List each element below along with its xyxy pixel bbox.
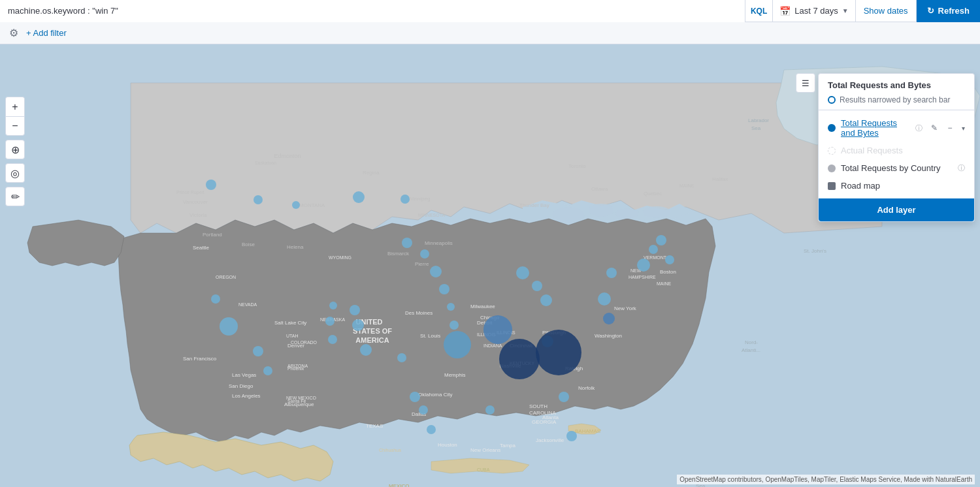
data-dot	[220, 317, 238, 336]
data-dot	[665, 255, 674, 264]
svg-text:Santa Fe: Santa Fe	[287, 399, 306, 403]
svg-text:MEXICO: MEXICO	[389, 483, 410, 487]
svg-text:Atlanti...: Atlanti...	[742, 347, 760, 353]
layer-item-total-by-country[interactable]: Total Requests by Country ⓘ	[819, 159, 974, 177]
location-button[interactable]: ◎	[5, 163, 25, 183]
data-dot	[603, 313, 615, 324]
svg-text:Winnipeg: Winnipeg	[408, 196, 430, 202]
svg-text:Memphis: Memphis	[444, 372, 465, 378]
svg-text:UTAH: UTAH	[286, 334, 299, 338]
svg-text:GEORGIA: GEORGIA	[532, 419, 557, 425]
show-dates-button[interactable]: Show dates	[856, 0, 917, 22]
layer-color-dot	[828, 165, 836, 172]
data-dot	[536, 330, 581, 375]
svg-text:Boise: Boise	[242, 242, 255, 247]
svg-text:Milwaukee: Milwaukee	[470, 304, 495, 309]
map-attribution: OpenStreetMap contributors, OpenMapTiles…	[677, 475, 975, 484]
time-selector[interactable]: 📅 Last 7 days ▼	[773, 0, 855, 22]
svg-text:Sea: Sea	[751, 125, 761, 131]
chevron-down-icon: ▼	[842, 7, 849, 14]
data-dot	[360, 344, 372, 356]
add-layer-button[interactable]: Add layer	[819, 198, 974, 221]
svg-text:Victoria: Victoria	[189, 212, 207, 218]
calendar-icon: 📅	[779, 6, 791, 16]
remove-layer-button[interactable]: −	[943, 121, 956, 134]
svg-text:Labrador: Labrador	[748, 118, 769, 123]
svg-text:Saskatoon: Saskatoon	[255, 161, 276, 165]
svg-text:Chihuahua: Chihuahua	[379, 448, 401, 452]
data-dot	[540, 294, 552, 306]
data-dot	[516, 266, 529, 279]
data-dot	[449, 321, 459, 330]
svg-text:Ottawa: Ottawa	[591, 186, 608, 192]
data-dot	[350, 305, 360, 315]
map-container[interactable]: UNITED STATES OF AMERICA Edmonton Vancou…	[0, 44, 980, 487]
svg-text:BAHAMAS: BAHAMAS	[575, 428, 600, 434]
svg-text:Jacksonville: Jacksonville	[536, 437, 564, 443]
data-dot	[606, 268, 617, 278]
data-dot	[353, 191, 365, 203]
compass-button[interactable]: ⊕	[5, 140, 25, 159]
data-dot	[430, 266, 442, 277]
svg-text:Tampa: Tampa	[500, 443, 516, 448]
layer-list: Total Requests and Bytes ⓘ ✎ − ▾ Actual …	[819, 110, 974, 198]
zoom-in-button[interactable]: +	[5, 97, 25, 116]
svg-text:Minneapolis: Minneapolis	[425, 240, 453, 246]
svg-text:Halifax: Halifax	[712, 176, 728, 182]
svg-text:Portland: Portland	[203, 232, 222, 238]
svg-text:MONTANA: MONTANA	[299, 202, 325, 208]
svg-text:Helena: Helena	[287, 244, 304, 250]
add-filter-button[interactable]: + Add filter	[22, 27, 71, 39]
settings-button[interactable]: ⚙	[5, 25, 22, 42]
refresh-icon: ↻	[927, 6, 934, 16]
zoom-out-button[interactable]: −	[5, 116, 25, 136]
data-dot	[598, 292, 611, 306]
svg-text:Thunder Bay: Thunder Bay	[519, 202, 549, 208]
data-dot	[211, 294, 220, 304]
data-dot	[253, 346, 263, 356]
draw-button[interactable]: ✏	[5, 187, 25, 206]
svg-text:MAINE: MAINE	[679, 183, 694, 188]
radio-icon	[828, 96, 836, 104]
svg-text:MINNESOTA: MINNESOTA	[418, 213, 445, 217]
data-dot	[352, 319, 364, 331]
data-dot	[206, 180, 216, 190]
svg-text:Edmonton: Edmonton	[274, 153, 301, 159]
layer-item-total-requests-bytes[interactable]: Total Requests and Bytes ⓘ ✎ − ▾	[819, 114, 974, 142]
data-dot	[263, 366, 272, 375]
data-dot	[483, 315, 512, 344]
data-dot	[649, 245, 658, 254]
data-dot	[419, 405, 428, 415]
data-dot	[485, 405, 495, 415]
svg-text:INDIANA: INDIANA	[483, 343, 502, 348]
svg-text:HAMPSHIRE: HAMPSHIRE	[629, 275, 656, 279]
svg-text:St. John's: St. John's	[804, 248, 826, 254]
data-dot	[410, 392, 420, 402]
layer-chevron-icon[interactable]: ▾	[962, 125, 965, 132]
layer-color-dot	[828, 124, 836, 132]
svg-text:SOUTH: SOUTH	[529, 403, 547, 409]
svg-text:Vancouver: Vancouver	[183, 199, 208, 205]
svg-point-1	[552, 207, 585, 223]
svg-text:MAINE: MAINE	[657, 281, 672, 286]
query-input[interactable]	[0, 0, 745, 22]
data-dot	[656, 235, 666, 245]
svg-text:Toronto: Toronto	[568, 163, 586, 169]
edit-layer-button[interactable]: ✎	[928, 121, 941, 134]
layer-panel: Total Requests and Bytes Results narrowe…	[818, 73, 975, 222]
svg-text:Los Angeles: Los Angeles	[232, 393, 261, 399]
svg-text:Bismarck: Bismarck	[387, 251, 410, 257]
layer-item-actual-requests[interactable]: Actual Requests	[819, 142, 974, 159]
data-dot	[427, 425, 436, 434]
refresh-button[interactable]: ↻ Refresh	[917, 0, 980, 22]
svg-text:Nord-: Nord-	[745, 339, 758, 345]
data-dot	[397, 353, 406, 362]
svg-text:OREGON: OREGON	[216, 275, 236, 279]
kql-badge[interactable]: KQL	[745, 0, 773, 22]
layer-item-road-map[interactable]: Road map	[819, 177, 974, 195]
data-dot	[444, 331, 471, 358]
svg-text:Las Vegas: Las Vegas	[232, 372, 256, 378]
panel-title: Total Requests and Bytes	[819, 74, 974, 94]
svg-text:Regina: Regina	[363, 170, 380, 176]
layers-toggle-button[interactable]: ☰	[796, 73, 815, 93]
